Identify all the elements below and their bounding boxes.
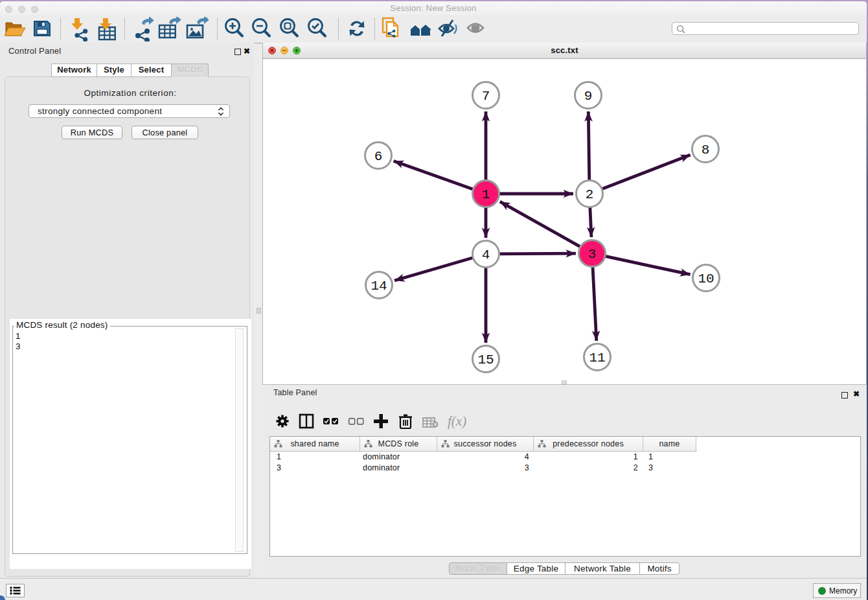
svg-text:6: 6 — [374, 149, 383, 164]
svg-text:15: 15 — [477, 352, 494, 367]
svg-text:10: 10 — [698, 271, 714, 286]
svg-text:11: 11 — [589, 351, 605, 365]
svg-text:14: 14 — [371, 279, 387, 294]
svg-text:9: 9 — [584, 89, 593, 104]
svg-text:8: 8 — [702, 143, 710, 157]
svg-text:3: 3 — [588, 247, 597, 262]
svg-text:2: 2 — [586, 187, 594, 202]
svg-text:4: 4 — [482, 248, 490, 262]
svg-text:7: 7 — [482, 89, 490, 104]
svg-text:1: 1 — [482, 187, 490, 202]
